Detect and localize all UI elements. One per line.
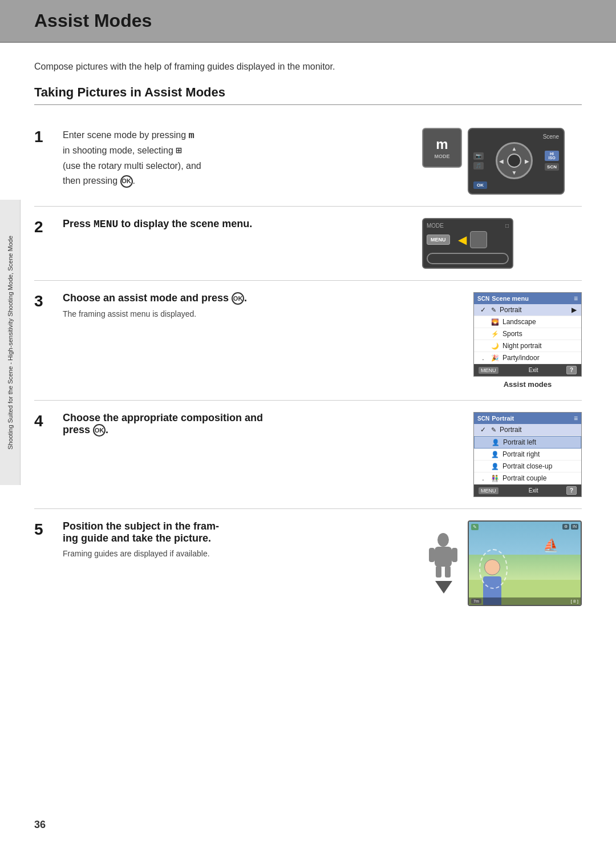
step-5-subtext: Framing guides are displayed if availabl… — [63, 549, 416, 558]
step-number-2: 2 — [34, 218, 63, 236]
side-label: Shooting Suited for the Scene - High-sen… — [0, 200, 21, 485]
step-5-images: ⛵ ✎ ⚙ IN — [428, 520, 582, 606]
header-bar: Assist Modes — [0, 0, 616, 43]
step-number-4: 4 — [34, 412, 63, 430]
scene-menu-item-night: 🌙 Night portrait — [474, 340, 581, 352]
ok-button-small: OK — [473, 181, 487, 189]
mode-button-area: m MODE — [422, 128, 462, 168]
step-number-5: 5 — [34, 520, 63, 539]
step-4-content: Choose the appropriate composition and p… — [63, 412, 473, 437]
count-label: [ 8 ] — [571, 599, 578, 604]
svg-point-0 — [437, 533, 449, 547]
person-silhouette — [428, 533, 459, 579]
framing-guide-display: ⛵ ✎ ⚙ IN — [468, 520, 582, 606]
step-2-images: MODE □ MENU ◀ — [422, 218, 582, 269]
scene-menu-item-landscape: 🌄 Landscape — [474, 316, 581, 328]
assist-modes-label: Assist modes — [504, 380, 552, 389]
step-1-text: Enter scene mode by pressing m in shooti… — [63, 128, 411, 188]
svg-rect-4 — [429, 548, 435, 562]
menu-button: MENU — [427, 235, 450, 245]
step-5-content: Position the subject in the fram-ing gui… — [63, 520, 428, 558]
step-2-text: Press MENU to display the scene menu. — [63, 218, 411, 230]
step-2-content: Press MENU to display the scene menu. — [63, 218, 422, 230]
scene-menu-item-sports: ⚡ Sports — [474, 328, 581, 340]
svg-rect-1 — [435, 547, 452, 567]
portrait-menu-item-left: 👤 Portrait left — [474, 436, 581, 449]
portrait-menu-item-portrait: ✓ ✎ Portrait — [474, 424, 581, 436]
portrait-menu-item-closeup: 👤 Portrait close-up — [474, 461, 581, 473]
scene-menu-item-portrait: ✓ ✎ Portrait ▶ — [474, 304, 581, 316]
step-4: 4 Choose the appropriate composition and… — [34, 401, 582, 509]
step-3-text: Choose an assist mode and press OK. — [63, 292, 462, 305]
step-3-content: Choose an assist mode and press OK. The … — [63, 292, 473, 318]
intro-text: Compose pictures with the help of framin… — [34, 60, 582, 74]
step-1: 1 Enter scene mode by pressing m in shoo… — [34, 116, 582, 207]
page: Assist Modes Shooting Suited for the Sce… — [0, 0, 616, 848]
step-3: 3 Choose an assist mode and press OK. Th… — [34, 281, 582, 401]
section-title: Taking Pictures in Assist Modes — [34, 85, 582, 105]
step-number-3: 3 — [34, 292, 63, 310]
step-number-1: 1 — [34, 128, 63, 146]
rotary-dial: ▲ ▼ ◀ ▶ — [496, 142, 533, 179]
step-5-text: Position the subject in the fram-ing gui… — [63, 520, 416, 544]
menu-mockup: MODE □ MENU ◀ — [422, 218, 513, 269]
side-label-text: Shooting Suited for the Scene - High-sen… — [7, 236, 14, 450]
step-4-text: Choose the appropriate composition and p… — [63, 412, 462, 437]
step-4-images: SCN Portrait ≡ ✓ ✎ Portrait 👤 Portrait l… — [473, 412, 582, 497]
step-5: 5 Position the subject in the fram-ing g… — [34, 509, 582, 617]
portrait-menu: SCN Portrait ≡ ✓ ✎ Portrait 👤 Portrait l… — [473, 412, 582, 497]
step-3-subtext: The framing assist menu is displayed. — [63, 309, 462, 318]
svg-rect-2 — [436, 566, 441, 578]
scene-menu-item-party: . 🎉 Party/indoor — [474, 352, 581, 364]
step-1-images: m MODE Scene 📷 🎵 — [422, 128, 582, 195]
scene-selector: Scene 📷 🎵 ▲ ▼ — [468, 128, 565, 195]
down-arrow-icon — [435, 581, 452, 593]
portrait-menu-item-right: 👤 Portrait right — [474, 449, 581, 461]
portrait-menu-item-couple: . 👫 Portrait couple — [474, 473, 581, 484]
main-content: Compose pictures with the help of framin… — [0, 43, 616, 848]
page-number: 36 — [34, 819, 46, 831]
step-2: 2 Press MENU to display the scene menu. … — [34, 207, 582, 281]
page-title: Assist Modes — [34, 10, 582, 31]
scene-menu: SCN Scene menu ≡ ✓ ✎ Portrait ▶ 🌄 Landsc… — [473, 292, 582, 377]
svg-rect-5 — [452, 548, 457, 562]
step-3-images: SCN Scene menu ≡ ✓ ✎ Portrait ▶ 🌄 Landsc… — [473, 292, 582, 389]
step-1-content: Enter scene mode by pressing m in shooti… — [63, 128, 422, 188]
size-label: 7m — [471, 599, 481, 604]
mode-button: m MODE — [422, 128, 462, 168]
svg-rect-3 — [445, 566, 451, 578]
menu-arrow: ◀ — [458, 233, 467, 247]
